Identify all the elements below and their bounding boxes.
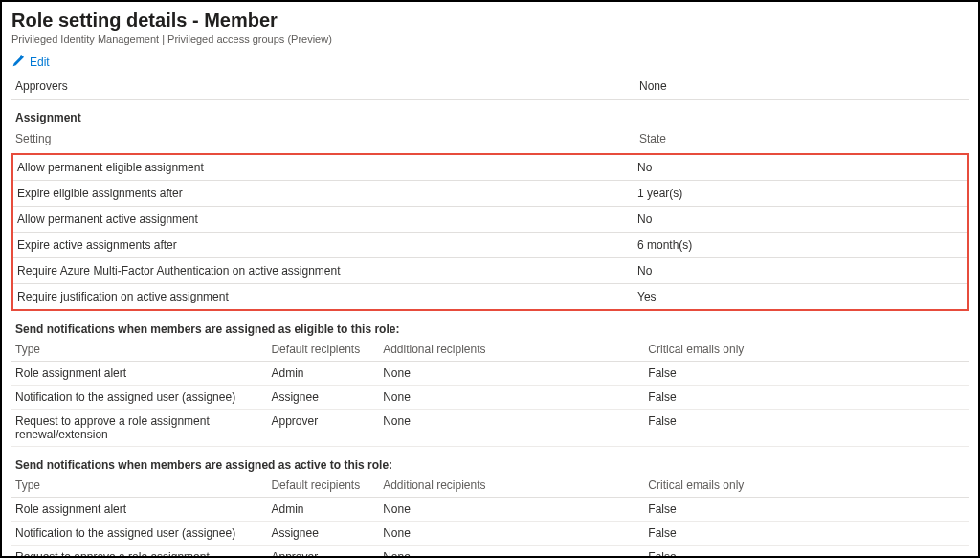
assignment-state: No bbox=[637, 264, 963, 278]
col-type: Type bbox=[15, 343, 271, 356]
col-setting: Setting bbox=[15, 132, 639, 145]
notif-default: Admin bbox=[271, 502, 383, 516]
edit-button[interactable]: Edit bbox=[11, 55, 969, 74]
assignment-row: Expire active assignments after 6 month(… bbox=[13, 233, 967, 258]
notif-critical: False bbox=[648, 550, 965, 558]
assignment-header-row: Setting State bbox=[11, 126, 969, 151]
notif-additional: None bbox=[383, 526, 648, 540]
assignment-setting: Allow permanent eligible assignment bbox=[17, 161, 637, 174]
assignment-setting: Require Azure Multi-Factor Authenticatio… bbox=[17, 264, 637, 278]
col-default: Default recipients bbox=[271, 479, 383, 492]
notif-row: Role assignment alert Admin None False bbox=[11, 498, 969, 522]
notif-active-title: Send notifications when members are assi… bbox=[11, 458, 969, 472]
notif-default: Approver bbox=[271, 414, 383, 441]
col-state: State bbox=[639, 132, 965, 145]
col-default: Default recipients bbox=[271, 343, 383, 356]
notif-type: Role assignment alert bbox=[15, 502, 271, 516]
notif-type: Request to approve a role assignment ren… bbox=[15, 414, 271, 441]
approvers-row: Approvers None bbox=[11, 74, 969, 100]
assignment-setting: Require justification on active assignme… bbox=[17, 290, 637, 303]
notif-additional: None bbox=[383, 367, 648, 380]
assignment-state: No bbox=[637, 212, 963, 226]
assignment-row: Allow permanent eligible assignment No bbox=[13, 155, 967, 181]
assignment-state: No bbox=[637, 161, 963, 174]
assignment-state: 1 year(s) bbox=[637, 187, 963, 200]
approvers-value: None bbox=[639, 79, 965, 93]
col-type: Type bbox=[15, 479, 271, 492]
notif-type: Notification to the assigned user (assig… bbox=[15, 391, 271, 404]
assignment-setting: Allow permanent active assignment bbox=[17, 212, 637, 226]
pencil-icon bbox=[11, 55, 24, 70]
notif-additional: None bbox=[383, 502, 648, 516]
assignment-state: 6 month(s) bbox=[637, 238, 963, 252]
assignment-highlight: Allow permanent eligible assignment No E… bbox=[11, 153, 969, 311]
notif-type: Request to approve a role assignment ren… bbox=[15, 550, 271, 558]
col-additional: Additional recipients bbox=[383, 479, 648, 492]
assignment-section-title: Assignment bbox=[11, 111, 969, 124]
notif-critical: False bbox=[648, 367, 965, 380]
assignment-row: Require justification on active assignme… bbox=[13, 284, 967, 309]
breadcrumb: Privileged Identity Management | Privile… bbox=[11, 33, 969, 45]
notif-default: Approver bbox=[271, 550, 383, 558]
notif-critical: False bbox=[648, 414, 965, 441]
notif-additional: None bbox=[383, 550, 648, 558]
notif-critical: False bbox=[648, 391, 965, 404]
edit-label: Edit bbox=[30, 56, 50, 69]
notif-row: Request to approve a role assignment ren… bbox=[11, 546, 969, 558]
assignment-setting: Expire active assignments after bbox=[17, 238, 637, 252]
approvers-label: Approvers bbox=[15, 79, 639, 93]
assignment-setting: Expire eligible assignments after bbox=[17, 187, 637, 200]
notif-default: Admin bbox=[271, 367, 383, 380]
notif-eligible-title: Send notifications when members are assi… bbox=[11, 323, 969, 336]
assignment-row: Require Azure Multi-Factor Authenticatio… bbox=[13, 258, 967, 284]
notif-row: Notification to the assigned user (assig… bbox=[11, 386, 969, 410]
notif-critical: False bbox=[648, 502, 965, 516]
assignment-row: Allow permanent active assignment No bbox=[13, 207, 967, 233]
assignment-row: Expire eligible assignments after 1 year… bbox=[13, 181, 967, 207]
notif-row: Request to approve a role assignment ren… bbox=[11, 410, 969, 447]
notif-row: Role assignment alert Admin None False bbox=[11, 362, 969, 386]
notif-default: Assignee bbox=[271, 391, 383, 404]
notif-critical: False bbox=[648, 526, 965, 540]
notif-row: Notification to the assigned user (assig… bbox=[11, 522, 969, 546]
notif-default: Assignee bbox=[271, 526, 383, 540]
page-title: Role setting details - Member bbox=[11, 10, 969, 32]
notif-additional: None bbox=[383, 414, 648, 441]
notif-header-row: Type Default recipients Additional recip… bbox=[11, 474, 969, 498]
col-critical: Critical emails only bbox=[648, 479, 965, 492]
col-critical: Critical emails only bbox=[648, 343, 965, 356]
notif-type: Notification to the assigned user (assig… bbox=[15, 526, 271, 540]
notif-additional: None bbox=[383, 391, 648, 404]
notif-type: Role assignment alert bbox=[15, 367, 271, 380]
assignment-state: Yes bbox=[637, 290, 963, 303]
notif-header-row: Type Default recipients Additional recip… bbox=[11, 338, 969, 362]
col-additional: Additional recipients bbox=[383, 343, 648, 356]
